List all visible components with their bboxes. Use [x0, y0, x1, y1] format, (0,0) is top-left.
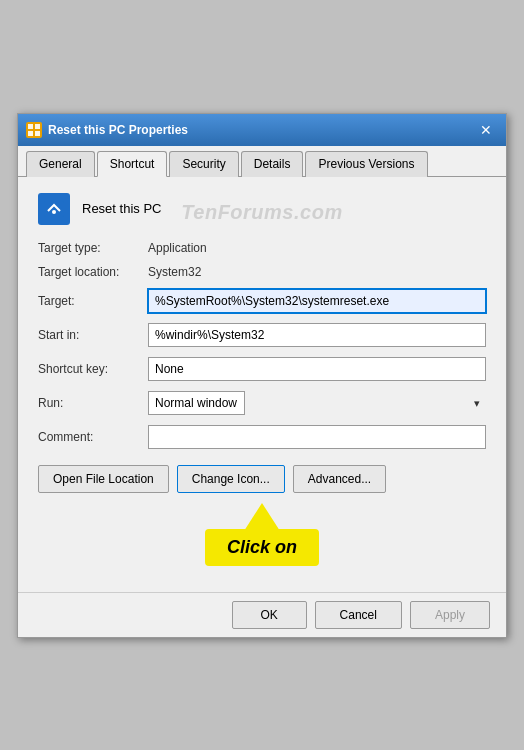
svg-rect-0 — [28, 124, 33, 129]
change-icon-button[interactable]: Change Icon... — [177, 465, 285, 493]
advanced-button[interactable]: Advanced... — [293, 465, 386, 493]
click-on-label: Click on — [205, 529, 319, 566]
shortcut-key-label: Shortcut key: — [38, 362, 148, 376]
target-location-label: Target location: — [38, 265, 148, 279]
app-info: Reset this PC TenForums.com — [38, 193, 486, 225]
tab-details[interactable]: Details — [241, 151, 304, 177]
svg-rect-3 — [35, 131, 40, 136]
comment-input[interactable] — [148, 425, 486, 449]
shortcut-key-row: Shortcut key: — [38, 357, 486, 381]
comment-label: Comment: — [38, 430, 148, 444]
window-title: Reset this PC Properties — [48, 123, 188, 137]
window-icon — [26, 122, 42, 138]
tab-shortcut[interactable]: Shortcut — [97, 151, 168, 177]
apply-button[interactable]: Apply — [410, 601, 490, 629]
app-name: Reset this PC — [82, 201, 161, 216]
tab-previous-versions[interactable]: Previous Versions — [305, 151, 427, 177]
target-location-value: System32 — [148, 265, 201, 279]
ok-button[interactable]: OK — [232, 601, 307, 629]
comment-row: Comment: — [38, 425, 486, 449]
target-input[interactable] — [148, 289, 486, 313]
run-select-wrapper: Normal window Minimized Maximized — [148, 391, 486, 415]
tab-bar: General Shortcut Security Details Previo… — [18, 146, 506, 177]
action-buttons: Open File Location Change Icon... Advanc… — [38, 465, 486, 493]
svg-rect-1 — [35, 124, 40, 129]
close-button[interactable]: ✕ — [474, 118, 498, 142]
target-row: Target: — [38, 289, 486, 313]
tab-security[interactable]: Security — [169, 151, 238, 177]
svg-rect-2 — [28, 131, 33, 136]
content-area: Reset this PC TenForums.com Target type:… — [18, 177, 506, 582]
title-bar: Reset this PC Properties ✕ — [18, 114, 506, 146]
target-type-label: Target type: — [38, 241, 148, 255]
form-section: Target type: Application Target location… — [38, 241, 486, 449]
target-location-row: Target location: System32 — [38, 265, 486, 279]
shortcut-key-input[interactable] — [148, 357, 486, 381]
watermark: TenForums.com — [181, 201, 342, 224]
run-select[interactable]: Normal window Minimized Maximized — [148, 391, 245, 415]
open-file-location-button[interactable]: Open File Location — [38, 465, 169, 493]
title-bar-left: Reset this PC Properties — [26, 122, 188, 138]
run-label: Run: — [38, 396, 148, 410]
footer: OK Cancel Apply — [18, 592, 506, 637]
tab-general[interactable]: General — [26, 151, 95, 177]
start-in-input[interactable] — [148, 323, 486, 347]
start-in-row: Start in: — [38, 323, 486, 347]
run-row: Run: Normal window Minimized Maximized — [38, 391, 486, 415]
target-type-value: Application — [148, 241, 207, 255]
tooltip-arrow — [244, 503, 280, 531]
app-icon — [38, 193, 70, 225]
main-window: Reset this PC Properties ✕ General Short… — [17, 113, 507, 638]
target-type-row: Target type: Application — [38, 241, 486, 255]
svg-rect-4 — [44, 201, 64, 217]
tooltip-area: Click on — [38, 503, 486, 566]
start-in-label: Start in: — [38, 328, 148, 342]
cancel-button[interactable]: Cancel — [315, 601, 402, 629]
target-label: Target: — [38, 294, 148, 308]
svg-point-5 — [52, 210, 56, 214]
